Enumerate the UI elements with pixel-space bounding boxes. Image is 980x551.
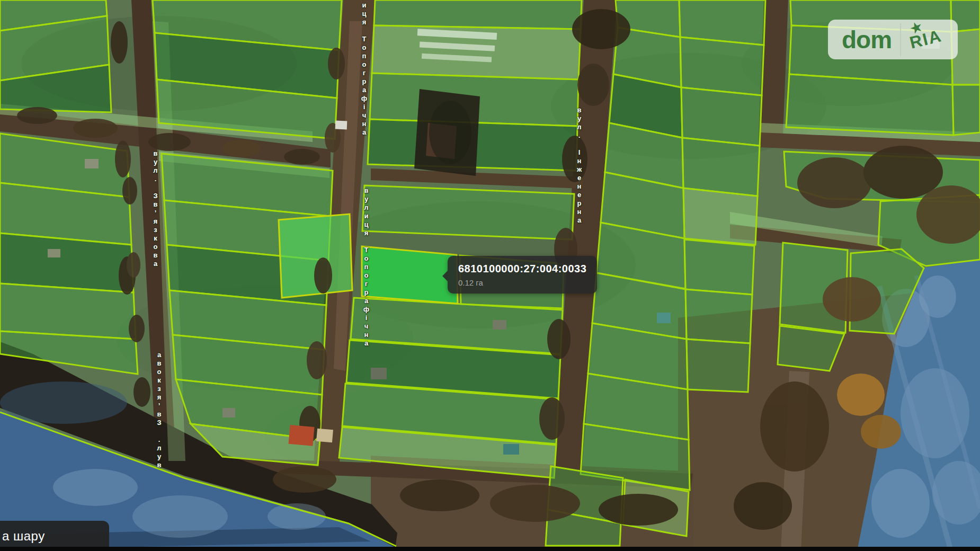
parcel-polygon[interactable]: [362, 185, 574, 239]
logo-ria-stamp: ★ RIA: [908, 26, 944, 53]
logo-divider: [900, 23, 901, 56]
parcel-polygon[interactable]: [684, 239, 754, 295]
cadastral-number: 6810100000:27:004:0033: [458, 263, 586, 275]
bottom-letterbox-bar: [0, 547, 980, 551]
parcel-polygon[interactable]: [681, 87, 762, 146]
parcel-polygon[interactable]: [682, 138, 760, 196]
shore-ice: [0, 381, 127, 424]
parcel-polygon[interactable]: [952, 85, 980, 135]
layer-toggle-label: а шару: [2, 529, 45, 544]
logo-dom-text: dom: [828, 28, 892, 52]
parcel-polygon[interactable]: [279, 214, 352, 298]
parcel-polygon[interactable]: [680, 37, 764, 95]
parcel-polygon[interactable]: [0, 283, 136, 339]
map-viewport[interactable]: вулиця Топографічна вулиця Топографічна …: [0, 0, 980, 551]
parcel-polygon[interactable]: [685, 289, 752, 343]
parcel-area: 0.12 га: [458, 278, 586, 287]
parcel-polygon[interactable]: [687, 339, 750, 392]
dom-ria-logo: dom ★ RIA: [828, 20, 958, 59]
parcel-polygon[interactable]: [683, 188, 758, 245]
parcel-polygon[interactable]: [374, 0, 582, 29]
parcel-tooltip: 6810100000:27:004:0033 0.12 га: [448, 256, 597, 294]
parcel-polygon[interactable]: [786, 74, 954, 135]
